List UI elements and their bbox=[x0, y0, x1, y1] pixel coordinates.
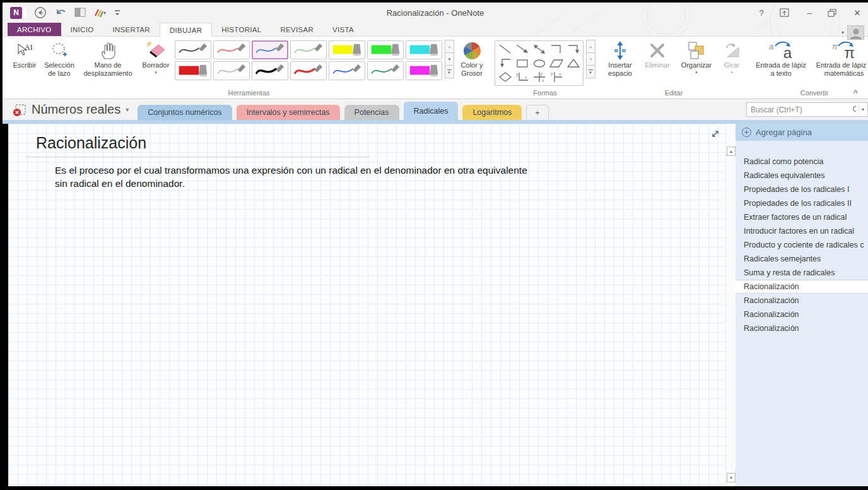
shape-corner-arrow[interactable] bbox=[565, 42, 582, 56]
color-y-grosor-button[interactable]: Color y Grosor bbox=[455, 39, 488, 78]
dropdown-icon: ▾ bbox=[103, 10, 106, 16]
back-button[interactable] bbox=[34, 6, 47, 19]
highlighter-swatch[interactable] bbox=[367, 40, 404, 59]
tab-historial[interactable]: HISTORIAL bbox=[212, 23, 271, 36]
escribir-button[interactable]: AI Escribir bbox=[9, 39, 40, 71]
seleccion-de-lazo-button[interactable]: Selección de lazo bbox=[41, 39, 78, 78]
highlighter-swatch[interactable] bbox=[329, 40, 365, 59]
notebook-nav-row: Números reales ▾ Conjuntos numéricos Int… bbox=[3, 99, 868, 120]
page-list-item[interactable]: Racionalización bbox=[736, 321, 868, 335]
page-body-text[interactable]: Es el proceso por el cual transformamos … bbox=[55, 164, 533, 190]
tab-dibujar[interactable]: DIBUJAR bbox=[160, 23, 212, 37]
vertical-scrollbar[interactable]: ▲ ▼ bbox=[725, 124, 736, 486]
close-button[interactable]: ✕ bbox=[852, 8, 863, 18]
pen-swatch[interactable] bbox=[252, 61, 288, 80]
page-list-item[interactable]: Racionalización bbox=[736, 294, 868, 308]
scroll-down-button[interactable]: ▼ bbox=[727, 473, 736, 482]
section-tab-potencias[interactable]: Potencias bbox=[344, 105, 399, 120]
borrador-button[interactable]: Borrador ▾ bbox=[138, 39, 173, 76]
page-list-item[interactable]: Radical como potencia bbox=[736, 155, 868, 169]
highlighter-swatch[interactable] bbox=[175, 61, 211, 80]
help-button[interactable]: ? bbox=[756, 8, 767, 18]
pen-swatch[interactable] bbox=[367, 61, 404, 80]
tab-vista[interactable]: VISTA bbox=[323, 23, 363, 36]
gallery-more-button[interactable]: ▼ bbox=[445, 65, 454, 78]
page-list-item[interactable]: Producto y cociente de radicales c bbox=[736, 238, 868, 252]
page-list-item[interactable]: Racionalización bbox=[736, 308, 868, 321]
pen-swatch[interactable] bbox=[175, 40, 211, 59]
scroll-up-button[interactable]: ▲ bbox=[727, 146, 736, 156]
page-canvas[interactable]: Racionalización Es el proceso por el cua… bbox=[8, 124, 725, 486]
notebook-switcher[interactable]: Números reales ▾ bbox=[3, 102, 129, 117]
tab-revisar[interactable]: REVISAR bbox=[271, 23, 323, 36]
tab-archivo[interactable]: ARCHIVO bbox=[8, 23, 61, 36]
page-list-item[interactable]: Radicales semejantes bbox=[736, 252, 868, 266]
section-tab-conjuntos-numericos[interactable]: Conjuntos numéricos bbox=[138, 105, 232, 120]
search-input[interactable] bbox=[747, 105, 852, 114]
shape-hook-arrow[interactable] bbox=[496, 56, 513, 70]
pen-swatch[interactable] bbox=[213, 40, 250, 59]
girar-button[interactable]: Girar ▾ bbox=[718, 39, 746, 76]
onenote-logo-icon[interactable]: N bbox=[10, 6, 26, 19]
mano-de-desplazamiento-button[interactable]: Mano de desplazamiento bbox=[79, 39, 137, 78]
dock-to-desktop-button[interactable] bbox=[74, 6, 86, 19]
pen-swatch[interactable] bbox=[290, 61, 327, 80]
shape-axes-cross[interactable]: yx bbox=[531, 70, 548, 84]
section-tab-intervalos-y-semirrectas[interactable]: Intervalos y semirrectas bbox=[237, 105, 340, 120]
pen-swatch[interactable] bbox=[329, 61, 365, 80]
shape-corner[interactable] bbox=[548, 42, 565, 56]
group-formas: yx yx yx ▲ ▼ ▼ Formas bbox=[491, 39, 599, 99]
favorite-pens-button[interactable]: ▾ bbox=[93, 6, 106, 19]
tab-inicio[interactable]: INICIO bbox=[61, 23, 103, 36]
shape-ellipse[interactable] bbox=[531, 56, 548, 70]
page-list-item[interactable]: Propiedades de los radicales II bbox=[736, 196, 868, 210]
page-list-item[interactable]: Suma y resta de radicales bbox=[736, 266, 868, 280]
highlighter-swatch[interactable] bbox=[406, 40, 442, 59]
page-list-item[interactable]: Radicales equivalentes bbox=[736, 169, 868, 182]
insertar-espacio-button[interactable]: Insertar espacio bbox=[602, 39, 638, 78]
full-page-view-icon[interactable] bbox=[710, 129, 720, 139]
add-page-button[interactable]: Agregar página bbox=[736, 124, 868, 141]
pen-swatch[interactable] bbox=[213, 61, 250, 80]
shape-arrow[interactable] bbox=[513, 42, 531, 56]
gallery-down-button[interactable]: ▼ bbox=[586, 52, 595, 66]
new-section-tab[interactable]: + bbox=[526, 105, 548, 120]
account-area[interactable]: ▾ bbox=[842, 25, 864, 40]
pen-swatch[interactable] bbox=[290, 40, 327, 59]
entrada-lapiz-a-texto-button[interactable]: a a Entrada de lápiz a texto bbox=[752, 39, 810, 78]
shape-double-arrow[interactable] bbox=[531, 42, 548, 56]
page-list-item[interactable]: Extraer factores de un radical bbox=[736, 210, 868, 224]
tab-insertar[interactable]: INSERTAR bbox=[103, 23, 159, 36]
highlighter-swatch[interactable] bbox=[406, 61, 442, 80]
ribbon-display-options-button[interactable] bbox=[780, 8, 791, 17]
page-title[interactable]: Racionalización bbox=[36, 134, 146, 152]
pen-gallery-scroll: ▲ ▼ ▼ bbox=[445, 40, 454, 78]
entrada-lapiz-a-matematicas-button[interactable]: π π Entrada de lápiz a matemáticas bbox=[811, 39, 868, 78]
customize-qat-button[interactable] bbox=[114, 6, 121, 19]
gallery-down-button[interactable]: ▼ bbox=[445, 52, 454, 66]
organizar-button[interactable]: Organizar ▾ bbox=[676, 39, 717, 76]
eliminar-button[interactable]: Eliminar bbox=[640, 39, 675, 71]
shape-triangle[interactable] bbox=[565, 56, 582, 70]
page-list-item-selected[interactable]: Racionalización bbox=[736, 280, 868, 294]
page-list-item[interactable]: Introducir factores en un radical bbox=[736, 224, 868, 238]
shape-axes-half[interactable]: yx bbox=[548, 70, 565, 84]
shape-parallelogram[interactable] bbox=[548, 56, 565, 70]
gallery-more-button[interactable]: ▼ bbox=[586, 65, 595, 78]
minimize-button[interactable]: – bbox=[804, 8, 815, 18]
gallery-up-button[interactable]: ▲ bbox=[445, 40, 454, 53]
section-tab-radicales[interactable]: Radicales bbox=[404, 102, 459, 120]
shape-axes-l[interactable]: yx bbox=[513, 70, 531, 84]
shape-rectangle[interactable] bbox=[513, 56, 531, 70]
gallery-up-button[interactable]: ▲ bbox=[586, 40, 595, 53]
pen-swatch[interactable] bbox=[252, 40, 288, 59]
page-list-item[interactable]: Propiedades de los radicales I bbox=[736, 182, 868, 196]
shape-line[interactable] bbox=[496, 42, 513, 56]
shape-diamond[interactable] bbox=[496, 70, 513, 84]
collapse-ribbon-button[interactable]: ^ bbox=[853, 88, 858, 97]
undo-button[interactable] bbox=[54, 6, 67, 19]
search-scope-dropdown-icon[interactable]: ▾ bbox=[859, 107, 867, 112]
section-tab-logaritmos[interactable]: Logaritmos bbox=[462, 105, 522, 120]
search-icon[interactable] bbox=[852, 105, 856, 114]
restore-button[interactable] bbox=[828, 9, 839, 17]
